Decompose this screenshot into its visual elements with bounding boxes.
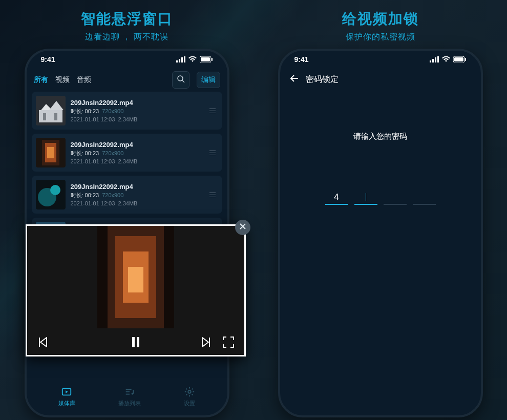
- library-icon: [61, 386, 72, 398]
- svg-rect-39: [128, 267, 143, 292]
- svg-rect-0: [176, 60, 178, 62]
- pin-digit-1[interactable]: 4: [325, 191, 348, 205]
- wifi-icon: [188, 56, 197, 62]
- pin-input[interactable]: 4: [325, 191, 436, 205]
- svg-rect-2: [181, 57, 183, 62]
- tab-playlist[interactable]: 播放列表: [118, 386, 141, 407]
- svg-rect-52: [454, 57, 463, 61]
- more-icon[interactable]: [207, 109, 218, 113]
- gear-icon: [184, 386, 195, 398]
- lock-body: 请输入您的密码 4: [280, 91, 481, 415]
- lock-header: 密码锁定: [280, 68, 481, 91]
- tab-all[interactable]: 所有: [34, 75, 48, 85]
- tab-audio[interactable]: 音频: [77, 75, 91, 85]
- pin-digit-2[interactable]: [354, 191, 377, 205]
- edit-button[interactable]: 编辑: [197, 72, 220, 88]
- status-time: 9:41: [41, 55, 55, 64]
- svg-rect-10: [39, 110, 62, 122]
- video-thumbnail: [36, 96, 66, 125]
- pin-digit-4[interactable]: [413, 191, 436, 205]
- close-icon: [239, 223, 246, 232]
- svg-rect-1: [179, 59, 180, 62]
- list-item[interactable]: 209JnsIn22092.mp4 时长: 00:23720x900 2021-…: [32, 92, 222, 130]
- lock-title: 密码锁定: [306, 74, 339, 85]
- file-name: 209JnsIn22092.mp4: [71, 183, 202, 191]
- more-icon[interactable]: [207, 193, 218, 197]
- pause-button[interactable]: [128, 334, 143, 350]
- svg-rect-14: [54, 113, 57, 120]
- battery-icon: [200, 56, 213, 62]
- prev-button[interactable]: [36, 334, 52, 350]
- svg-rect-13: [43, 113, 46, 120]
- svg-point-7: [178, 76, 183, 81]
- status-time: 9:41: [294, 55, 309, 64]
- back-button[interactable]: [289, 73, 300, 86]
- svg-rect-6: [201, 57, 210, 61]
- svg-point-21: [50, 185, 60, 195]
- left-panel: 智能悬浮窗口 边看边聊 ， 两不耽误 9:41 所有 视频 音频: [0, 0, 253, 420]
- status-bar: 9:41: [27, 51, 227, 68]
- svg-rect-51: [465, 58, 466, 61]
- next-button[interactable]: [197, 334, 213, 350]
- feature-subtitle: 保护你的私密视频: [346, 32, 415, 43]
- right-panel: 给视频加锁 保护你的私密视频 9:41 密码锁定: [253, 0, 507, 420]
- svg-rect-42: [132, 337, 135, 347]
- more-icon[interactable]: [207, 151, 218, 155]
- feature-title: 给视频加锁: [342, 9, 419, 29]
- status-bar: 9:41: [280, 51, 481, 68]
- svg-line-8: [182, 80, 184, 82]
- svg-rect-49: [437, 56, 439, 62]
- pin-digit-3[interactable]: [384, 191, 407, 205]
- feature-title: 智能悬浮窗口: [81, 9, 173, 29]
- bottom-tab-bar: 媒体库 播放列表 设置: [27, 383, 227, 415]
- svg-point-32: [188, 390, 192, 393]
- lock-prompt: 请输入您的密码: [353, 132, 407, 141]
- svg-rect-43: [137, 337, 139, 347]
- video-thumbnail: [36, 180, 66, 209]
- svg-rect-5: [212, 58, 213, 61]
- svg-marker-40: [40, 338, 47, 347]
- list-item[interactable]: 209JnsIn22092.mp4 时长: 00:23720x900 2021-…: [32, 176, 222, 214]
- tab-video[interactable]: 视频: [55, 75, 70, 85]
- svg-rect-18: [47, 147, 54, 158]
- list-item[interactable]: 209JnsIn22092.mp4 时长: 00:23720x900 2021-…: [32, 134, 222, 172]
- tab-library[interactable]: 媒体库: [58, 386, 75, 407]
- file-name: 209JnsIn22092.mp4: [71, 99, 202, 107]
- search-icon: [177, 75, 185, 85]
- phone-frame-right: 9:41 密码锁定 请输入您的密码 4: [278, 49, 483, 417]
- svg-marker-26: [66, 390, 68, 393]
- signal-icon: [176, 56, 185, 62]
- wifi-icon: [442, 56, 450, 62]
- battery-icon: [453, 56, 467, 62]
- svg-rect-46: [430, 60, 431, 62]
- file-name: 209JnsIn22092.mp4: [71, 141, 202, 149]
- playlist-icon: [124, 386, 135, 398]
- search-button[interactable]: [172, 71, 189, 89]
- svg-marker-44: [202, 338, 208, 347]
- fullscreen-button[interactable]: [222, 335, 235, 349]
- player-video-frame: [27, 226, 244, 328]
- svg-rect-3: [184, 56, 185, 62]
- player-controls: [27, 328, 244, 356]
- floating-player[interactable]: [26, 224, 246, 356]
- video-thumbnail: [36, 138, 66, 167]
- feature-subtitle: 边看边聊 ， 两不耽误: [85, 32, 169, 43]
- top-tab-bar: 所有 视频 音频 编辑: [27, 68, 227, 92]
- signal-icon: [430, 56, 439, 62]
- svg-rect-47: [432, 59, 434, 62]
- close-button[interactable]: [235, 220, 250, 235]
- tab-settings[interactable]: 设置: [184, 386, 195, 407]
- svg-rect-48: [435, 57, 436, 62]
